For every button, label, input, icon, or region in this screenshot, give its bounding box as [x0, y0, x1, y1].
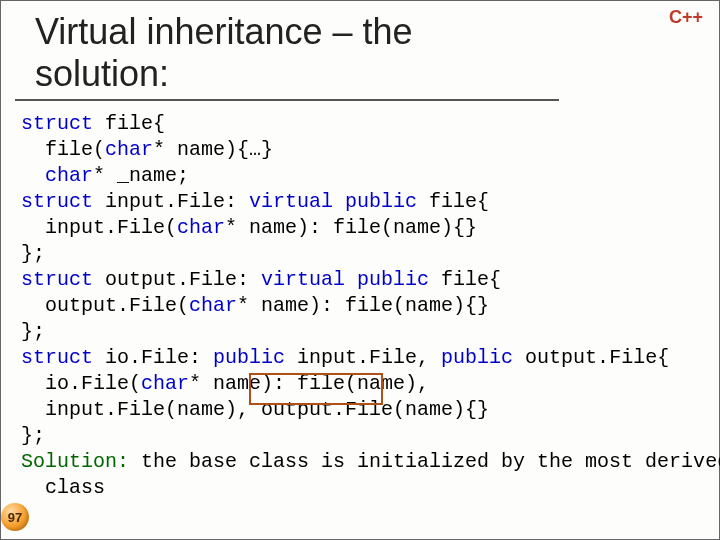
code-text: input.File,	[285, 346, 441, 369]
kw-public: public	[357, 268, 429, 291]
kw-public: public	[441, 346, 513, 369]
code-text: };	[21, 242, 45, 265]
kw-virtual: virtual	[249, 190, 333, 213]
code-text: * name): file(name){}	[237, 294, 489, 317]
code-text: output.File(	[21, 294, 189, 317]
code-text	[345, 268, 357, 291]
code-text	[21, 164, 45, 187]
code-text: the base class is initialized by the mos…	[129, 450, 720, 473]
kw-virtual: virtual	[261, 268, 345, 291]
code-text: output.File:	[93, 268, 261, 291]
code-text: * _name;	[93, 164, 189, 187]
code-text: class	[21, 476, 105, 499]
code-text: io.File:	[93, 346, 213, 369]
code-block: struct file{ file(char* name){…} char* _…	[1, 101, 719, 540]
slide: C++ Virtual inheritance – the solution: …	[0, 0, 720, 540]
language-tag: C++	[669, 7, 703, 28]
kw-char: char	[177, 216, 225, 239]
kw-struct: struct	[21, 112, 93, 135]
code-text: * name){…}	[153, 138, 273, 161]
kw-char: char	[189, 294, 237, 317]
kw-char: char	[105, 138, 153, 161]
code-text: input.File:	[93, 190, 249, 213]
code-text: output.File{	[513, 346, 669, 369]
code-text: };	[21, 320, 45, 343]
code-text: file(	[21, 138, 105, 161]
solution-label: Solution:	[21, 450, 129, 473]
code-text: file{	[429, 268, 501, 291]
kw-char: char	[45, 164, 93, 187]
kw-struct: struct	[21, 346, 93, 369]
code-text: file{	[93, 112, 165, 135]
kw-struct: struct	[21, 268, 93, 291]
code-text: * name): file(name){}	[225, 216, 477, 239]
code-text	[333, 190, 345, 213]
kw-public: public	[213, 346, 285, 369]
code-text: };	[21, 424, 45, 447]
kw-struct: struct	[21, 190, 93, 213]
page-number-badge: 97	[1, 503, 29, 531]
kw-public: public	[345, 190, 417, 213]
code-text: * name): file(name),	[189, 372, 429, 395]
code-text: input.File(name), output.File(name){}	[21, 398, 489, 421]
code-text: file{	[417, 190, 489, 213]
kw-char: char	[141, 372, 189, 395]
slide-title: Virtual inheritance – the solution:	[15, 1, 559, 101]
code-text: io.File(	[21, 372, 141, 395]
code-text: input.File(	[21, 216, 177, 239]
